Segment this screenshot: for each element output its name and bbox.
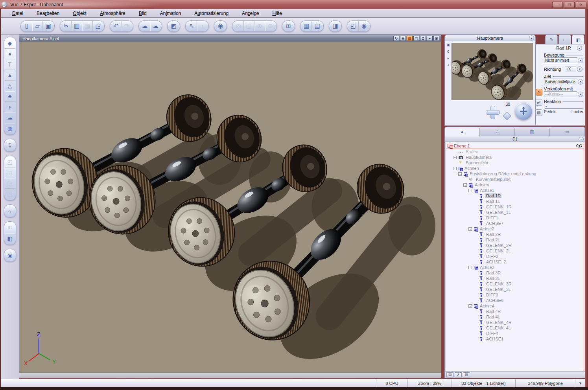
light-tool[interactable]: ☼ [5, 206, 15, 216]
poser-tool[interactable]: ◱ [5, 167, 15, 178]
camera-panel-titlebar[interactable]: Hauptkamera ▲ [445, 35, 535, 41]
tab-numerics[interactable]: ∟ [559, 35, 571, 44]
close-button[interactable]: ✕ [576, 2, 586, 8]
cloud-layer-tool[interactable]: ≋ [5, 223, 15, 233]
ziel-dropdown-arrow[interactable]: ▼ [578, 79, 583, 85]
paste-as-object-button[interactable]: ◳ [93, 21, 103, 31]
bewegung-dropdown[interactable]: Nicht animiert ▼ [544, 57, 583, 64]
menu-bearbeiten[interactable]: Bearbeiten [30, 9, 66, 17]
open-scene-button[interactable]: ▱ [32, 21, 43, 31]
save-scene-button[interactable]: ▣ [43, 21, 53, 31]
attach-icon[interactable]: ☍ [536, 99, 542, 106]
menu-anzeige[interactable]: Anzeige [235, 9, 265, 17]
zoom-region-button[interactable]: ◎ [233, 21, 244, 31]
camera-tool[interactable]: ◉ [5, 250, 15, 261]
layer-row[interactable]: Ebene 1 [446, 143, 584, 149]
edit-object-tool-button[interactable]: ↖ [186, 21, 197, 31]
menu-automatisierung[interactable]: Automatisierung [188, 9, 235, 17]
tab-objects[interactable]: ▲ [445, 127, 480, 136]
tree-item-kurvenmittelpunkt[interactable]: Kurvenmittelpunkt [446, 177, 584, 182]
tab-paint[interactable]: ✎ [545, 35, 558, 44]
camera-settings-icon[interactable]: ◉ [400, 36, 406, 41]
tree-item-rad-2l[interactable]: Rad 2L [446, 237, 584, 243]
edit-atmosphere-button[interactable]: ☁ [140, 21, 150, 31]
edit-object-alt-button[interactable]: ↑ [197, 21, 208, 31]
rock-tool[interactable]: ◗ [5, 102, 15, 112]
tab-links[interactable]: ∞ [550, 127, 585, 136]
cut-button[interactable]: ✂ [61, 21, 72, 31]
tab-materials[interactable]: ∴ [480, 127, 515, 136]
tree-item-diff2[interactable]: DIFF2 [446, 254, 584, 259]
quick-render-preview-button[interactable]: ◉ [215, 21, 226, 31]
render-to-disk-button[interactable]: ▤ [312, 21, 323, 31]
plant-tool[interactable]: ♣ [5, 91, 15, 102]
tab-aspect[interactable]: ◧ [572, 35, 584, 44]
tree-item-rad-3r[interactable]: Rad 3R [446, 270, 584, 276]
add-layer-button[interactable]: ▤ [446, 372, 453, 377]
richtung-dropdown-arrow[interactable]: ▼ [577, 66, 582, 72]
tree-item-rad-1r[interactable]: Rad 1R [446, 193, 584, 199]
tree-item-gelenk-1l[interactable]: GELENK_1L [446, 210, 584, 215]
tree-item-diff1[interactable]: DIFF1 [446, 215, 584, 221]
layer-options-button[interactable]: ▨ [463, 372, 470, 377]
menu-hilfe[interactable]: Hilfe [266, 9, 289, 17]
refresh-view-icon[interactable]: ↻ [393, 36, 399, 41]
text-tool[interactable]: T [5, 59, 15, 70]
tree-expander[interactable]: - [463, 183, 467, 187]
tree-item-achsen-2[interactable]: - Achsen [446, 182, 584, 188]
tree-expander[interactable]: - [468, 227, 472, 231]
object-group-tool[interactable]: ◧ [5, 233, 15, 244]
menu-atmosphaere[interactable]: Atmosphäre [93, 9, 132, 17]
tree-item-gelenk-1r[interactable]: GELENK_1R [446, 204, 584, 210]
tree-expander[interactable]: - [458, 172, 462, 176]
menu-bild[interactable]: Bild [132, 9, 153, 17]
display-wireframe-icon[interactable]: Z [420, 36, 426, 41]
status-more-button[interactable]: ▼ [575, 379, 585, 387]
character-tool[interactable]: ◰ [5, 157, 15, 167]
undo-button[interactable]: ↶ [111, 21, 122, 31]
camera-toggle-icon[interactable]: ⌧ [504, 101, 512, 107]
display-flat-icon[interactable]: ▢ [413, 36, 419, 41]
object-properties-button[interactable]: ◩ [168, 21, 179, 31]
tab-collections[interactable]: ▥ [515, 127, 550, 136]
zoom-out-button[interactable]: ⊖ [265, 21, 276, 31]
stack-icon[interactable]: ▤ [536, 109, 542, 116]
terrain-tool[interactable]: ▲ [5, 70, 15, 81]
save-camera-view-icon[interactable]: ▣ [446, 43, 450, 47]
cloud-tool[interactable]: ☁ [5, 112, 15, 123]
tree-item-achse7[interactable]: ACHSE7 [446, 221, 584, 226]
render-options-button[interactable]: ◰ [348, 21, 359, 31]
camera-preview-image[interactable] [452, 43, 533, 100]
collapse-camera-panel-button[interactable]: ▲ [529, 35, 534, 40]
minimize-button[interactable]: — [552, 2, 563, 8]
tree-item-achse1[interactable]: - Achse1 [446, 188, 584, 193]
tree-item-achse2[interactable]: - Achse2 [446, 226, 584, 232]
tree-item-gelenk-3l[interactable]: GELENK_3L [446, 287, 584, 292]
zoom-diamond-button[interactable] [503, 112, 512, 121]
tree-item-rad-3l[interactable]: Rad 3L [446, 276, 584, 281]
tree-expander[interactable]: - [468, 304, 472, 308]
viewport-3d-canvas[interactable]: Z X Y [19, 42, 441, 372]
collapse-tree-button[interactable]: ▲ [579, 137, 584, 142]
tree-expander[interactable]: + [453, 156, 457, 159]
planet-tool[interactable]: ◍ [5, 123, 15, 134]
redo-button[interactable]: ↷ [122, 21, 132, 31]
menu-objekt[interactable]: Objekt [66, 9, 93, 17]
tree-item-rad-2r[interactable]: Rad 2R [446, 232, 584, 237]
display-textured-icon[interactable]: ▦ [407, 36, 413, 41]
tree-item-rad-4r[interactable]: Rad 4R [446, 309, 584, 314]
new-scene-button[interactable]: ▯ [22, 21, 32, 31]
zoom-selection-button[interactable]: ◫ [244, 21, 254, 31]
collapse-properties-button[interactable]: ▲ [577, 46, 582, 51]
display-smooth-icon[interactable]: ● [427, 36, 433, 41]
tree-expander[interactable]: - [468, 189, 472, 192]
titlebar[interactable]: Vue 7 Esprit - Unbenannt —▢✕ [0, 0, 588, 9]
verknuepfen-dropdown[interactable]: ---Keine--- ▼ [544, 91, 583, 98]
render-button[interactable]: ▦ [301, 21, 312, 31]
tree-item-gelenk-3r[interactable]: GELENK_3R [446, 281, 584, 287]
tree-expander[interactable]: - [453, 167, 457, 170]
procedural-terrain-tool[interactable]: △ [5, 81, 15, 91]
tree-item-achse3[interactable]: - Achse3 [446, 265, 584, 270]
tree-item-sonnenlicht[interactable]: Sonnenlicht [446, 160, 584, 166]
load-atmosphere-button[interactable]: ☁ [150, 21, 161, 31]
